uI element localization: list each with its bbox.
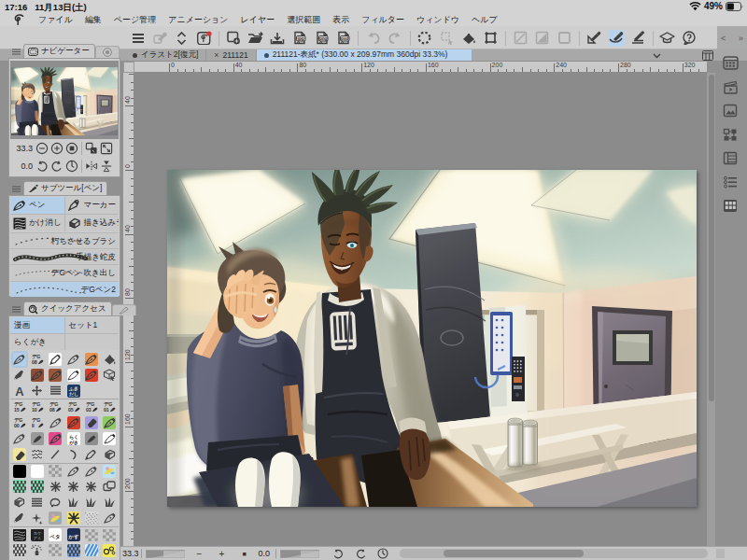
qa-cell[interactable] xyxy=(64,351,82,367)
eraser-icon[interactable] xyxy=(13,448,26,461)
qa-cell[interactable] xyxy=(64,414,82,430)
rotate-reset-icon[interactable] xyxy=(377,548,388,559)
zoom-100-icon[interactable] xyxy=(65,142,78,155)
panel-menu-icon[interactable] xyxy=(12,306,21,313)
qa-cell[interactable]: デGII xyxy=(28,414,46,430)
qa-cell[interactable] xyxy=(101,542,119,558)
dg-pen-icon[interactable]: デG10 xyxy=(31,400,44,413)
fill-bucket-icon[interactable] xyxy=(460,30,477,47)
subtool-brush-3[interactable]: デGペン2 xyxy=(10,281,119,297)
curve-icon[interactable] xyxy=(67,448,80,461)
qa-cell[interactable] xyxy=(47,383,64,399)
qa-cell[interactable] xyxy=(101,463,119,479)
grass-icon[interactable] xyxy=(67,496,80,509)
vertical-scrollbar-thumb[interactable] xyxy=(709,75,714,401)
qa-cell[interactable] xyxy=(101,511,119,526)
pen-icon[interactable] xyxy=(49,432,62,445)
qa-cell[interactable] xyxy=(64,367,82,383)
textA-icon[interactable]: A xyxy=(13,385,26,398)
scroll-right-chevron[interactable]: » xyxy=(739,34,743,43)
qa-cell[interactable] xyxy=(101,414,119,430)
qa-cell[interactable]: デG00 xyxy=(10,414,28,430)
edit-pen-icon[interactable] xyxy=(112,304,136,315)
rays-icon[interactable] xyxy=(67,511,80,525)
howto-cap-icon[interactable] xyxy=(659,30,676,47)
panel-menu-icon[interactable] xyxy=(12,186,21,192)
selection-running-icon[interactable] xyxy=(416,30,433,47)
spray-icon[interactable] xyxy=(31,544,44,557)
rotate-right-icon[interactable] xyxy=(355,549,367,559)
qa-cell[interactable] xyxy=(10,447,28,463)
qa-cell[interactable] xyxy=(82,495,100,511)
qa-cell[interactable] xyxy=(47,463,64,479)
static-icon[interactable] xyxy=(31,448,44,461)
qa-cell[interactable] xyxy=(10,463,28,479)
pen2-icon[interactable] xyxy=(67,353,80,366)
qa-set-漫画[interactable]: 漫画 xyxy=(10,317,64,333)
qa-cell[interactable] xyxy=(64,511,82,526)
qa-cell[interactable] xyxy=(10,527,28,543)
xstar-icon[interactable] xyxy=(85,480,98,493)
nib-icon[interactable] xyxy=(31,432,44,445)
menu-item-7[interactable]: フィルター xyxy=(361,14,404,26)
fit-screen-icon[interactable] xyxy=(100,142,113,155)
marker-icon[interactable] xyxy=(13,369,26,382)
subtool-brush-2[interactable]: デGペン 吹き出し xyxy=(10,264,119,280)
qa-cell[interactable] xyxy=(82,431,100,447)
qa-cell[interactable] xyxy=(101,495,119,511)
qa-cell[interactable] xyxy=(28,431,46,447)
qa-cell[interactable] xyxy=(82,479,100,495)
export-jpg-icon[interactable]: jpg xyxy=(291,30,308,47)
horizontal-scrollbar[interactable] xyxy=(400,549,708,558)
menu-item-4[interactable]: レイヤー xyxy=(241,14,275,26)
qa-cell[interactable]: らくがき xyxy=(64,431,82,447)
clip-studio-badge-icon[interactable] xyxy=(196,30,213,47)
qa-cell[interactable] xyxy=(10,511,28,526)
cube-icon[interactable] xyxy=(103,369,116,382)
qa-cell[interactable] xyxy=(28,447,46,463)
dg-pen-icon[interactable]: デG01 xyxy=(103,400,116,413)
checker-icon[interactable] xyxy=(49,544,62,557)
qa-cell[interactable] xyxy=(47,351,64,367)
pen2-icon[interactable] xyxy=(85,465,98,478)
rotate-left-icon[interactable] xyxy=(332,549,345,559)
qa-cell[interactable]: デG10 xyxy=(28,399,46,415)
menu-item-5[interactable]: 選択範囲 xyxy=(287,14,320,26)
checker-icon[interactable] xyxy=(49,465,62,478)
pen-icon[interactable] xyxy=(31,369,44,382)
document-tab-2[interactable]: 211121-表紙* (330.00 x 209.97mm 360dpi 33.… xyxy=(257,49,472,61)
qa-cell[interactable] xyxy=(82,351,100,367)
noise-icon[interactable] xyxy=(85,511,98,525)
qa-cell[interactable] xyxy=(64,447,82,463)
help-bubble-icon[interactable] xyxy=(681,30,698,47)
canvas-document[interactable] xyxy=(167,170,697,507)
xstar-icon[interactable] xyxy=(67,480,80,493)
qa-cell[interactable] xyxy=(47,495,64,511)
hlines-icon[interactable] xyxy=(49,385,62,398)
qa-cell[interactable] xyxy=(28,542,46,558)
marker-icon[interactable] xyxy=(13,511,26,525)
dg-pen-icon[interactable]: デG05 xyxy=(67,400,80,413)
qa-cell[interactable]: A xyxy=(10,383,28,399)
canvas-preview-icon[interactable] xyxy=(723,104,739,119)
qa-cell[interactable] xyxy=(28,479,46,495)
qa-cell[interactable] xyxy=(82,447,100,463)
subtool-brush-0[interactable]: 朽ちさせるブラシ xyxy=(10,232,119,248)
pencil-icon[interactable] xyxy=(85,448,98,461)
export-png-icon[interactable]: png xyxy=(314,30,331,47)
subview-icon[interactable] xyxy=(95,46,120,58)
pen-icon[interactable] xyxy=(85,369,98,382)
crop-frame-icon[interactable] xyxy=(483,30,500,47)
panel-menu-icon[interactable] xyxy=(12,49,21,55)
pen-icon[interactable] xyxy=(85,353,98,366)
hex-icon[interactable] xyxy=(103,448,116,461)
zoom-out-icon[interactable] xyxy=(35,142,49,155)
document-tab-0[interactable]: イラスト2[復元] xyxy=(125,49,206,61)
pen-icon[interactable] xyxy=(13,353,26,366)
qa-cell[interactable]: ふきだし xyxy=(64,383,82,399)
qa-cell[interactable] xyxy=(10,495,28,511)
qa-cell[interactable] xyxy=(10,542,28,558)
pen2-icon[interactable] xyxy=(13,432,26,445)
qa-cell[interactable] xyxy=(10,367,28,383)
menu-item-3[interactable]: アニメーション xyxy=(168,14,228,26)
